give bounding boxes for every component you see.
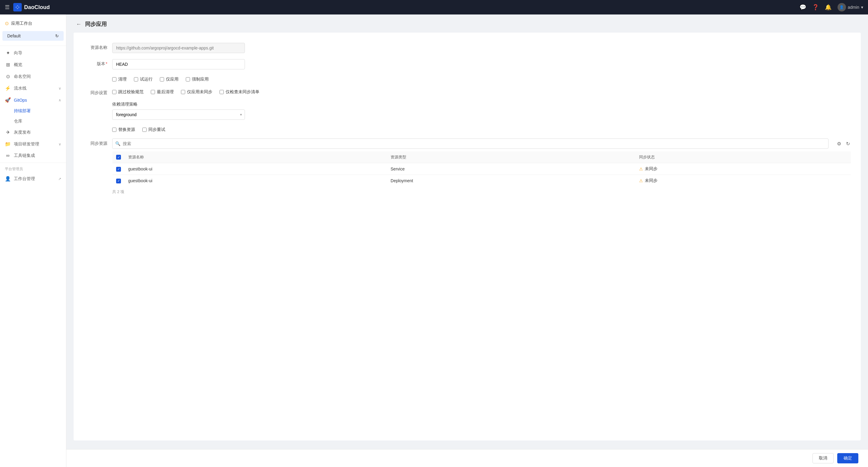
page-header: ← 同步应用 — [66, 14, 868, 33]
resource-table: ✓ 资源名称 资源类型 同步状态 — [112, 151, 851, 187]
table-row: ✓ guestbook-ui Service ⚠ 未同步 — [113, 163, 851, 175]
sidebar-item-gray-release[interactable]: ✈ 灰度发布 — [0, 126, 66, 138]
row2-resource-type: Deployment — [387, 175, 636, 187]
project-arrow-icon: ∨ — [59, 142, 61, 146]
user-menu[interactable]: 👤 admin ▾ — [838, 3, 863, 11]
back-button[interactable]: ← — [76, 21, 82, 27]
checkbox-sync-retry-label: 同步重试 — [148, 127, 165, 132]
checkbox-skip-validate-input[interactable] — [112, 90, 116, 94]
row1-warning-icon: ⚠ — [639, 166, 643, 172]
checkbox-replace-source-input[interactable] — [112, 128, 116, 132]
project-mgmt-icon: 📁 — [5, 141, 11, 147]
checkbox-group: 清理 试运行 仅应用 强制应用 — [112, 75, 851, 82]
checkbox-app-only-unsync-input[interactable] — [181, 90, 185, 94]
sidebar-item-label-gray-release: 灰度发布 — [14, 130, 61, 135]
sidebar-app-label: 应用工作台 — [11, 21, 32, 26]
search-wrapper: 🔍 — [112, 138, 829, 149]
row2-warning-icon: ⚠ — [639, 178, 643, 183]
row1-checkbox[interactable]: ✓ — [116, 167, 121, 172]
avatar: 👤 — [838, 3, 846, 11]
search-icon: 🔍 — [115, 141, 120, 146]
checkbox-force[interactable]: 强制应用 — [186, 76, 209, 82]
guide-icon: ✦ — [5, 50, 11, 56]
checkbox-dry-run[interactable]: 试运行 — [134, 76, 153, 82]
gray-release-icon: ✈ — [5, 129, 11, 135]
checkbox-clean[interactable]: 清理 — [112, 76, 127, 82]
svg-point-1 — [16, 6, 19, 8]
checkbox-sync-retry[interactable]: 同步重试 — [142, 127, 165, 132]
confirm-button[interactable]: 确定 — [837, 453, 858, 463]
sidebar: ⊙ 应用工作台 Default ↻ ✦ 向导 ⊞ 概览 ⊙ 命名空间 ⚡ 流水线… — [0, 14, 66, 467]
sidebar-item-label-guide: 向导 — [14, 51, 61, 56]
username: admin — [848, 5, 859, 10]
bell-icon[interactable]: 🔔 — [825, 4, 832, 10]
resource-name-row: 资源名称 — [73, 40, 861, 56]
checkbox-app-only-unsync-label: 仅应用未同步 — [187, 89, 212, 95]
workspace-selector[interactable]: Default ↻ — [2, 31, 64, 41]
sidebar-item-namespace[interactable]: ⊙ 命名空间 — [0, 71, 66, 82]
th-sync-status: 同步状态 — [636, 151, 851, 163]
checkbox-replace-source[interactable]: 替换资源 — [112, 127, 135, 132]
sync-resource-search[interactable] — [112, 138, 829, 149]
external-link-icon: ↗ — [58, 177, 61, 181]
checkbox-app-only[interactable]: 仅应用 — [160, 76, 179, 82]
checkbox-check-unsync-list[interactable]: 仅检查未同步清单 — [220, 89, 259, 95]
refresh-icon[interactable]: ↻ — [845, 140, 851, 148]
checkbox-sync-retry-input[interactable] — [142, 128, 147, 132]
message-icon[interactable]: 💬 — [800, 4, 806, 10]
sync-settings-checkboxes: 跳过校验规范 最后清理 仅应用未同步 仅检查未同步清单 — [112, 88, 851, 95]
topnav-actions: 💬 ❓ 🔔 👤 admin ▾ — [800, 3, 863, 11]
menu-icon[interactable]: ☰ — [5, 4, 10, 10]
sidebar-sub-item-repo[interactable]: 仓库 — [0, 116, 66, 126]
checkbox-app-only-input[interactable] — [160, 77, 164, 82]
checkbox-last-clean[interactable]: 最后清理 — [151, 89, 174, 95]
replace-retry-row: 替换资源 同步重试 — [73, 123, 861, 135]
cancel-button[interactable]: 取消 — [812, 453, 834, 463]
resource-name-input[interactable] — [112, 43, 245, 53]
row2-checkbox-cell: ✓ — [113, 175, 125, 187]
checkbox-dry-run-input[interactable] — [134, 77, 138, 82]
main-content: ← 同步应用 资源名称 版本 — [66, 14, 868, 467]
sidebar-app-header[interactable]: ⊙ 应用工作台 — [0, 17, 66, 30]
version-row: 版本 — [73, 56, 861, 72]
table-actions: ⚙ ↻ — [836, 140, 851, 148]
checkbox-force-input[interactable] — [186, 77, 190, 82]
version-input[interactable] — [112, 59, 245, 69]
sidebar-item-project-mgmt[interactable]: 📁 项目研发管理 ∨ — [0, 138, 66, 150]
sidebar-sub-item-continuous-deploy[interactable]: 持续部署 — [0, 106, 66, 116]
checkbox-last-clean-input[interactable] — [151, 90, 155, 94]
table-row: ✓ guestbook-ui Deployment ⚠ 未同步 — [113, 175, 851, 187]
checkbox-app-only-label: 仅应用 — [166, 76, 179, 82]
sidebar-item-label-pipeline: 流水线 — [14, 86, 56, 91]
help-icon[interactable]: ❓ — [812, 4, 819, 10]
sidebar-sub-label-continuous-deploy: 持续部署 — [14, 108, 31, 114]
row1-status-text: 未同步 — [645, 166, 657, 172]
dependency-clean-select[interactable]: foreground background orphan — [112, 110, 245, 120]
sidebar-item-workbench-mgmt[interactable]: 👤 工作台管理 ↗ — [0, 173, 66, 185]
namespace-icon: ⊙ — [5, 73, 11, 79]
sidebar-item-gitops[interactable]: 🚀 GitOps ∧ — [0, 94, 66, 106]
select-all-checkbox[interactable]: ✓ — [116, 155, 121, 160]
sidebar-sub-label-repo: 仓库 — [14, 119, 22, 124]
th-resource-name: 资源名称 — [125, 151, 387, 163]
settings-icon[interactable]: ⚙ — [836, 140, 842, 148]
bottom-bar: 取消 确定 — [66, 449, 868, 467]
platform-section-label: 平台管理员 — [0, 164, 66, 173]
checkboxes-row: 清理 试运行 仅应用 强制应用 — [73, 72, 861, 85]
checkbox-skip-validate[interactable]: 跳过校验规范 — [112, 89, 144, 95]
row1-resource-name: guestbook-ui — [125, 163, 387, 175]
checkbox-check-unsync-list-input[interactable] — [220, 90, 224, 94]
checkbox-clean-input[interactable] — [112, 77, 116, 82]
row2-checkbox[interactable]: ✓ — [116, 179, 121, 183]
sidebar-item-pipeline[interactable]: ⚡ 流水线 ∨ — [0, 82, 66, 94]
sidebar-item-label-namespace: 命名空间 — [14, 74, 61, 79]
sidebar-item-overview[interactable]: ⊞ 概览 — [0, 59, 66, 71]
page-title: 同步应用 — [85, 21, 107, 28]
sidebar-item-label-project-mgmt: 项目研发管理 — [14, 142, 56, 147]
sidebar-item-toolchain[interactable]: ∞ 工具链集成 — [0, 150, 66, 161]
logo-text: DaoCloud — [24, 4, 50, 10]
checkbox-replace-source-label: 替换资源 — [118, 127, 135, 132]
sidebar-item-guide[interactable]: ✦ 向导 — [0, 47, 66, 59]
checkbox-app-only-unsync[interactable]: 仅应用未同步 — [181, 89, 212, 95]
checkbox-check-unsync-list-label: 仅检查未同步清单 — [226, 89, 259, 95]
